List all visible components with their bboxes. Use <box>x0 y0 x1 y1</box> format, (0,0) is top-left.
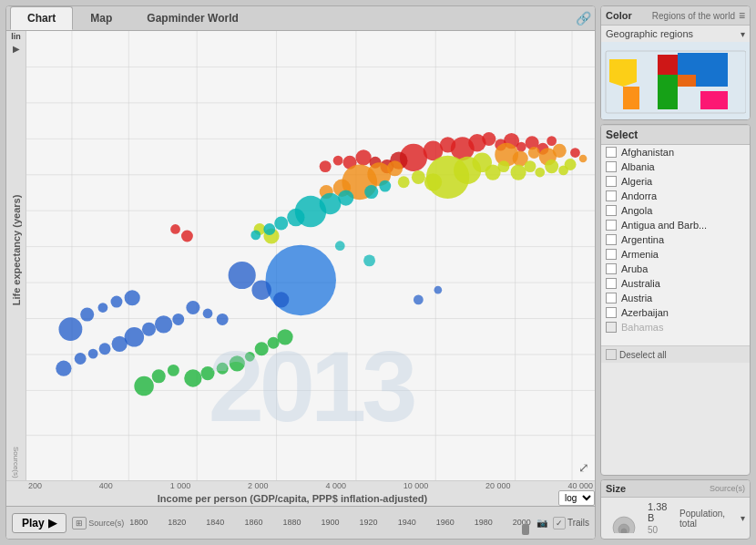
bubble-chart[interactable] <box>26 31 595 480</box>
country-checkbox-antigua[interactable] <box>606 220 617 231</box>
country-name-algeria: Algeria <box>621 176 652 187</box>
size-max-value: 1.38 B <box>648 501 674 523</box>
link-icon[interactable]: 🔗 <box>576 11 591 26</box>
tab-gapminder[interactable]: Gapminder World <box>129 6 255 30</box>
country-name-argentina: Argentina <box>621 234 664 245</box>
svg-point-76 <box>424 173 442 190</box>
svg-point-104 <box>364 185 378 199</box>
camera-icon[interactable]: 📷 <box>536 518 547 528</box>
svg-point-93 <box>168 365 179 376</box>
trails-button[interactable]: ✓ Trails <box>553 517 589 530</box>
country-item-afghanistan[interactable]: Afghanistan <box>601 145 750 159</box>
svg-point-59 <box>181 231 193 242</box>
country-name-austria: Austria <box>621 293 652 303</box>
svg-point-90 <box>245 352 255 362</box>
bottom-controls: Play ▶ ⊞ Source(s) 1800 1820 1840 1860 1… <box>6 506 595 539</box>
country-checkbox-algeria[interactable] <box>606 176 617 187</box>
svg-point-68 <box>528 147 540 159</box>
tab-map[interactable]: Map <box>73 6 129 30</box>
timeline-labels: 1800 1820 1840 1860 1880 1900 1920 1940 … <box>129 518 531 527</box>
country-checkbox-afghanistan[interactable] <box>606 147 617 158</box>
country-checkbox-austria[interactable] <box>606 293 617 303</box>
country-item-azerbaijan[interactable]: Azerbaijan <box>601 305 750 320</box>
svg-point-38 <box>251 280 271 300</box>
size-dropdown[interactable]: Population, total ▾ <box>679 509 745 529</box>
country-item-algeria[interactable]: Algeria <box>601 174 750 189</box>
country-checkbox-andorra[interactable] <box>606 190 617 201</box>
country-item-australia[interactable]: Australia <box>601 276 750 291</box>
country-list[interactable]: Afghanistan Albania Algeria Andorra Ango… <box>601 145 750 345</box>
country-item-austria[interactable]: Austria <box>601 291 750 305</box>
source-button[interactable]: ⊞ Source(s) <box>72 519 125 528</box>
deselect-row: Deselect all <box>601 345 750 363</box>
svg-point-108 <box>363 254 375 266</box>
svg-point-28 <box>59 317 83 341</box>
country-name-armenia: Armenia <box>621 249 659 260</box>
svg-point-60 <box>170 224 180 234</box>
y-axis-label: Life expectancy (years) <box>11 56 22 445</box>
svg-point-27 <box>172 314 184 325</box>
chart-panel: Chart Map Gapminder World 🔗 lin ▶ Life e… <box>5 5 596 540</box>
y-scale-toggle[interactable]: lin <box>9 31 23 42</box>
size-content: 1.38 B 50 Population, total ▾ <box>601 498 750 539</box>
select-header: Select <box>601 125 750 145</box>
svg-point-58 <box>320 160 332 172</box>
svg-point-109 <box>335 241 345 251</box>
color-label: Geographic regions <box>606 28 737 39</box>
svg-point-19 <box>56 361 71 376</box>
chart-inner: 2013 ⤢ <box>26 31 595 480</box>
country-item-antigua[interactable]: Antigua and Barb... <box>601 218 750 232</box>
country-name-angola: Angola <box>621 205 652 216</box>
svg-point-70 <box>553 144 567 158</box>
country-name-aruba: Aruba <box>621 263 648 274</box>
country-checkbox-bahamas[interactable] <box>606 322 617 333</box>
country-item-argentina[interactable]: Argentina <box>601 232 750 247</box>
x-scale-select[interactable]: log lin <box>558 490 595 506</box>
country-item-armenia[interactable]: Armenia <box>601 247 750 262</box>
y-expand-arrow[interactable]: ▶ <box>11 42 22 56</box>
country-item-albania[interactable]: Albania <box>601 159 750 174</box>
country-name-azerbaijan: Azerbaijan <box>621 307 669 318</box>
y-axis-area: lin ▶ Life expectancy (years) Source(s) <box>6 31 26 480</box>
svg-point-48 <box>516 142 526 152</box>
svg-point-98 <box>320 193 342 215</box>
country-item-bahamas[interactable]: Bahamas <box>601 320 750 334</box>
color-panel-sub: Regions of the world <box>636 11 735 21</box>
svg-point-45 <box>482 132 495 146</box>
country-checkbox-azerbaijan[interactable] <box>606 307 617 318</box>
svg-point-57 <box>333 156 343 166</box>
world-map[interactable] <box>605 46 746 114</box>
svg-point-116 <box>621 529 627 533</box>
svg-point-81 <box>535 168 545 178</box>
country-checkbox-armenia[interactable] <box>606 249 617 260</box>
expand-icon[interactable]: ⤢ <box>578 460 589 475</box>
svg-point-96 <box>277 329 292 344</box>
color-panel-menu[interactable]: ≡ <box>739 9 745 22</box>
country-name-bahamas: Bahamas <box>621 322 663 333</box>
svg-point-79 <box>510 164 526 180</box>
size-panel-header: Size Source(s) <box>601 480 750 498</box>
svg-point-26 <box>155 315 172 333</box>
deselect-all-button[interactable]: Deselect all <box>606 349 667 360</box>
tab-chart[interactable]: Chart <box>10 6 73 30</box>
country-item-angola[interactable]: Angola <box>601 203 750 218</box>
country-checkbox-argentina[interactable] <box>606 234 617 245</box>
country-checkbox-albania[interactable] <box>606 161 617 172</box>
color-label-row[interactable]: Geographic regions ▾ <box>601 26 750 42</box>
country-name-afghanistan: Afghanistan <box>621 147 674 158</box>
size-min-value: 50 <box>648 525 674 535</box>
country-name-andorra: Andorra <box>621 190 657 201</box>
country-checkbox-angola[interactable] <box>606 205 617 216</box>
svg-point-87 <box>201 366 215 380</box>
country-item-aruba[interactable]: Aruba <box>601 262 750 276</box>
svg-point-21 <box>88 349 98 359</box>
svg-point-35 <box>186 301 199 314</box>
color-dropdown-arrow[interactable]: ▾ <box>741 29 745 39</box>
country-checkbox-australia[interactable] <box>606 278 617 289</box>
country-name-australia: Australia <box>621 278 660 289</box>
country-checkbox-aruba[interactable] <box>606 263 617 274</box>
svg-point-107 <box>434 286 443 294</box>
country-item-andorra[interactable]: Andorra <box>601 189 750 203</box>
right-panel: Color Regions of the world ≡ Geographic … <box>600 5 751 540</box>
play-button[interactable]: Play ▶ <box>12 513 66 533</box>
